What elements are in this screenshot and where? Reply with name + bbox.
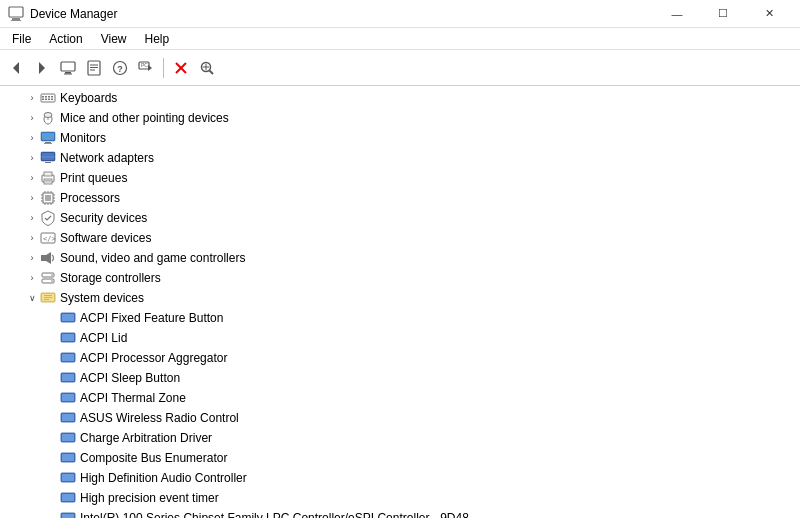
processors-label: Processors [60, 191, 120, 205]
svg-rect-47 [45, 182, 51, 183]
menu-file[interactable]: File [4, 30, 39, 48]
expand-print[interactable]: › [24, 170, 40, 186]
menu-help[interactable]: Help [137, 30, 178, 48]
list-item[interactable]: › ACPI Processor Aggregator [0, 348, 800, 368]
svg-rect-75 [62, 314, 74, 321]
print-label: Print queues [60, 171, 127, 185]
expand-sound[interactable]: › [24, 250, 40, 266]
svg-rect-37 [45, 142, 51, 143]
list-item[interactable]: › Sound, video and game controllers [0, 248, 800, 268]
charge-label: Charge Arbitration Driver [80, 431, 212, 445]
expand-mice[interactable]: › [24, 110, 40, 126]
list-item[interactable]: › High Definition Audio Controller [0, 468, 800, 488]
acpi-fixed-label: ACPI Fixed Feature Button [80, 311, 223, 325]
menu-action[interactable]: Action [41, 30, 90, 48]
svg-rect-36 [42, 133, 54, 140]
svg-point-34 [44, 113, 52, 118]
processors-icon [40, 190, 56, 206]
svg-rect-93 [62, 494, 74, 501]
list-item[interactable]: › Storage controllers [0, 268, 800, 288]
svg-rect-29 [45, 99, 47, 101]
expand-software[interactable]: › [24, 230, 40, 246]
system-icon [40, 290, 56, 306]
device-manager-button[interactable] [56, 56, 80, 80]
security-icon [40, 210, 56, 226]
expand-security[interactable]: › [24, 210, 40, 226]
sound-label: Sound, video and game controllers [60, 251, 245, 265]
svg-rect-64 [41, 255, 46, 261]
storage-icon [40, 270, 56, 286]
expand-storage[interactable]: › [24, 270, 40, 286]
menu-bar: File Action View Help [0, 28, 800, 50]
svg-marker-4 [39, 62, 45, 74]
maximize-button[interactable]: ☐ [700, 0, 746, 28]
svg-rect-38 [44, 143, 52, 144]
expand-network[interactable]: › [24, 150, 40, 166]
expand-monitors[interactable]: › [24, 130, 40, 146]
svg-rect-1 [12, 18, 20, 20]
list-item[interactable]: › ACPI Fixed Feature Button [0, 308, 800, 328]
expand-processors[interactable]: › [24, 190, 40, 206]
scan-button[interactable] [195, 56, 219, 80]
list-item[interactable]: › ACPI Sleep Button [0, 368, 800, 388]
svg-rect-73 [44, 299, 49, 300]
acpi-proc-label: ACPI Processor Aggregator [80, 351, 227, 365]
monitors-icon [40, 130, 56, 146]
list-item[interactable]: › ACPI Thermal Zone [0, 388, 800, 408]
list-item[interactable]: › Keyboards [0, 88, 800, 108]
svg-rect-24 [42, 96, 44, 98]
security-label: Security devices [60, 211, 147, 225]
svg-marker-3 [13, 62, 19, 74]
list-item[interactable]: › ASUS Wireless Radio Control [0, 408, 800, 428]
uninstall-button[interactable] [169, 56, 193, 80]
list-item[interactable]: › Print queues [0, 168, 800, 188]
intel-lpc-icon [60, 510, 76, 518]
properties-button[interactable] [82, 56, 106, 80]
storage-label: Storage controllers [60, 271, 161, 285]
hd-audio-label: High Definition Audio Controller [80, 471, 247, 485]
acpi-thermal-label: ACPI Thermal Zone [80, 391, 186, 405]
list-item[interactable]: › Mice and other pointing devices [0, 108, 800, 128]
intel-lpc-label: Intel(R) 100 Series Chipset Family LPC C… [80, 511, 469, 518]
list-item[interactable]: › Proces [0, 188, 800, 208]
software-icon: </> [40, 230, 56, 246]
hpet-icon [60, 490, 76, 506]
list-item[interactable]: › Security devices [0, 208, 800, 228]
svg-rect-89 [62, 454, 74, 461]
minimize-button[interactable]: — [654, 0, 700, 28]
list-item[interactable]: › High precision event timer [0, 488, 800, 508]
list-item[interactable]: › Network adapters [0, 148, 800, 168]
svg-rect-42 [45, 162, 51, 163]
svg-rect-87 [62, 434, 74, 441]
mice-label: Mice and other pointing devices [60, 111, 229, 125]
acpi-proc-icon [60, 350, 76, 366]
svg-rect-40 [42, 153, 54, 160]
help-button[interactable]: ? [108, 56, 132, 80]
svg-rect-72 [44, 297, 52, 298]
menu-view[interactable]: View [93, 30, 135, 48]
close-button[interactable]: ✕ [746, 0, 792, 28]
svg-rect-71 [44, 295, 52, 296]
expand-system[interactable]: ∨ [24, 290, 40, 306]
list-item[interactable]: › </> Software devices [0, 228, 800, 248]
acpi-lid-icon [60, 330, 76, 346]
expand-keyboards[interactable]: › [24, 90, 40, 106]
software-label: Software devices [60, 231, 151, 245]
list-item[interactable]: › Charge Arbitration Driver [0, 428, 800, 448]
forward-button[interactable] [30, 56, 54, 80]
update-driver-button[interactable]: PC [134, 56, 158, 80]
list-item[interactable]: › ACPI Lid [0, 328, 800, 348]
svg-rect-6 [65, 72, 71, 74]
list-item[interactable]: › Monitors [0, 128, 800, 148]
list-item[interactable]: ∨ System devices [0, 288, 800, 308]
list-item[interactable]: › Composite Bus Enumerator [0, 448, 800, 468]
list-item[interactable]: › Intel(R) 100 Series Chipset Family LPC… [0, 508, 800, 518]
app-icon [8, 6, 24, 22]
svg-rect-79 [62, 354, 74, 361]
svg-rect-95 [62, 514, 74, 518]
device-tree[interactable]: › Keyboards › [0, 86, 800, 518]
network-icon [40, 150, 56, 166]
asus-icon [60, 410, 76, 426]
svg-rect-26 [48, 96, 50, 98]
back-button[interactable] [4, 56, 28, 80]
